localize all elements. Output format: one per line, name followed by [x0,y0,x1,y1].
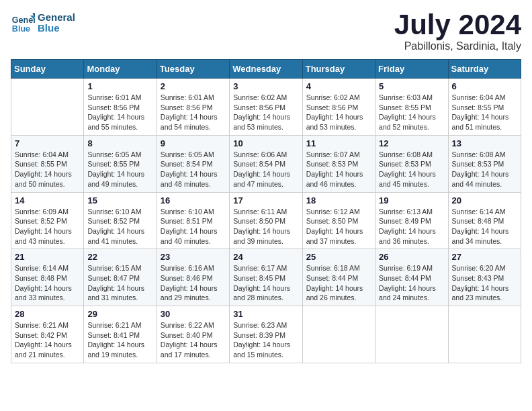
calendar-cell: 20Sunrise: 6:14 AMSunset: 8:48 PMDayligh… [448,192,521,249]
calendar-cell: 10Sunrise: 6:06 AMSunset: 8:54 PMDayligh… [230,135,302,192]
calendar-cell: 28Sunrise: 6:21 AMSunset: 8:42 PMDayligh… [11,306,84,363]
weekday-header-wednesday: Wednesday [230,60,302,79]
calendar-cell [11,79,84,136]
day-info: Sunrise: 6:10 AMSunset: 8:51 PMDaylight:… [161,207,226,246]
day-info: Sunrise: 6:09 AMSunset: 8:52 PMDaylight:… [15,207,80,246]
calendar-cell: 11Sunrise: 6:07 AMSunset: 8:53 PMDayligh… [302,135,375,192]
day-number: 26 [379,252,444,262]
day-info: Sunrise: 6:08 AMSunset: 8:53 PMDaylight:… [452,150,517,189]
day-number: 6 [452,81,517,91]
calendar-cell: 12Sunrise: 6:08 AMSunset: 8:53 PMDayligh… [375,135,448,192]
day-info: Sunrise: 6:20 AMSunset: 8:43 PMDaylight:… [452,263,517,303]
day-number: 30 [161,309,226,319]
page-header: General Blue General Blue July 2024 Pabi… [11,11,521,52]
calendar-cell [302,306,375,363]
calendar-cell: 7Sunrise: 6:04 AMSunset: 8:55 PMDaylight… [11,135,84,192]
day-info: Sunrise: 6:05 AMSunset: 8:54 PMDaylight:… [161,150,226,189]
day-number: 19 [379,195,444,205]
calendar-week-4: 21Sunrise: 6:14 AMSunset: 8:48 PMDayligh… [11,249,521,306]
day-info: Sunrise: 6:10 AMSunset: 8:52 PMDaylight:… [87,207,152,246]
calendar-week-5: 28Sunrise: 6:21 AMSunset: 8:42 PMDayligh… [11,306,521,363]
day-info: Sunrise: 6:12 AMSunset: 8:50 PMDaylight:… [306,207,371,246]
calendar-title: July 2024 [394,11,521,39]
calendar-cell: 5Sunrise: 6:03 AMSunset: 8:55 PMDaylight… [375,79,448,136]
day-info: Sunrise: 6:18 AMSunset: 8:44 PMDaylight:… [306,263,371,303]
weekday-header-tuesday: Tuesday [157,60,229,79]
day-number: 7 [15,138,80,148]
calendar-cell: 27Sunrise: 6:20 AMSunset: 8:43 PMDayligh… [448,249,521,306]
calendar-cell: 2Sunrise: 6:01 AMSunset: 8:56 PMDaylight… [157,79,229,136]
day-number: 9 [161,138,226,148]
weekday-header-monday: Monday [84,60,157,79]
day-number: 21 [15,252,80,262]
calendar-week-2: 7Sunrise: 6:04 AMSunset: 8:55 PMDaylight… [11,135,521,192]
day-info: Sunrise: 6:21 AMSunset: 8:41 PMDaylight:… [87,320,152,360]
day-number: 10 [233,138,298,148]
logo-icon: General Blue [11,11,35,35]
title-block: July 2024 Pabillonis, Sardinia, Italy [394,11,521,52]
calendar-cell: 23Sunrise: 6:16 AMSunset: 8:46 PMDayligh… [157,249,229,306]
calendar-cell: 29Sunrise: 6:21 AMSunset: 8:41 PMDayligh… [84,306,157,363]
day-number: 17 [233,195,298,205]
day-number: 15 [87,195,152,205]
calendar-cell: 8Sunrise: 6:05 AMSunset: 8:55 PMDaylight… [84,135,157,192]
day-number: 29 [87,309,152,319]
day-number: 28 [15,309,80,319]
day-info: Sunrise: 6:21 AMSunset: 8:42 PMDaylight:… [15,320,80,360]
calendar-cell: 24Sunrise: 6:17 AMSunset: 8:45 PMDayligh… [230,249,302,306]
day-info: Sunrise: 6:04 AMSunset: 8:55 PMDaylight:… [15,150,80,189]
logo-line1: General [38,12,75,24]
day-info: Sunrise: 6:01 AMSunset: 8:56 PMDaylight:… [161,93,226,132]
day-number: 2 [161,81,226,91]
calendar-cell [448,306,521,363]
day-info: Sunrise: 6:06 AMSunset: 8:54 PMDaylight:… [233,150,298,189]
day-info: Sunrise: 6:01 AMSunset: 8:56 PMDaylight:… [87,93,152,132]
day-info: Sunrise: 6:14 AMSunset: 8:48 PMDaylight:… [15,263,80,303]
calendar-cell: 21Sunrise: 6:14 AMSunset: 8:48 PMDayligh… [11,249,84,306]
weekday-header-friday: Friday [375,60,448,79]
day-info: Sunrise: 6:22 AMSunset: 8:40 PMDaylight:… [161,320,226,360]
day-number: 31 [233,309,298,319]
day-info: Sunrise: 6:11 AMSunset: 8:50 PMDaylight:… [233,207,298,246]
day-info: Sunrise: 6:17 AMSunset: 8:45 PMDaylight:… [233,263,298,303]
calendar-cell: 30Sunrise: 6:22 AMSunset: 8:40 PMDayligh… [157,306,229,363]
weekday-header-sunday: Sunday [11,60,84,79]
svg-text:Blue: Blue [12,24,30,34]
day-info: Sunrise: 6:23 AMSunset: 8:39 PMDaylight:… [233,320,298,360]
calendar-cell: 18Sunrise: 6:12 AMSunset: 8:50 PMDayligh… [302,192,375,249]
logo-line2: Blue [38,23,75,34]
day-info: Sunrise: 6:08 AMSunset: 8:53 PMDaylight:… [379,150,444,189]
day-number: 14 [15,195,80,205]
day-number: 18 [306,195,371,205]
day-number: 8 [87,138,152,148]
day-info: Sunrise: 6:04 AMSunset: 8:55 PMDaylight:… [452,93,517,132]
calendar-cell: 31Sunrise: 6:23 AMSunset: 8:39 PMDayligh… [230,306,302,363]
day-number: 5 [379,81,444,91]
day-number: 13 [452,138,517,148]
calendar-cell [375,306,448,363]
day-number: 20 [452,195,517,205]
weekday-header-row: SundayMondayTuesdayWednesdayThursdayFrid… [11,60,521,79]
day-info: Sunrise: 6:05 AMSunset: 8:55 PMDaylight:… [87,150,152,189]
calendar-cell: 16Sunrise: 6:10 AMSunset: 8:51 PMDayligh… [157,192,229,249]
calendar-cell: 22Sunrise: 6:15 AMSunset: 8:47 PMDayligh… [84,249,157,306]
calendar-cell: 14Sunrise: 6:09 AMSunset: 8:52 PMDayligh… [11,192,84,249]
calendar-cell: 4Sunrise: 6:02 AMSunset: 8:56 PMDaylight… [302,79,375,136]
calendar-cell: 15Sunrise: 6:10 AMSunset: 8:52 PMDayligh… [84,192,157,249]
day-number: 4 [306,81,371,91]
calendar-subtitle: Pabillonis, Sardinia, Italy [394,40,521,52]
day-number: 16 [161,195,226,205]
day-info: Sunrise: 6:02 AMSunset: 8:56 PMDaylight:… [306,93,371,132]
logo: General Blue General Blue [11,11,75,35]
weekday-header-saturday: Saturday [448,60,521,79]
day-number: 23 [161,252,226,262]
day-info: Sunrise: 6:07 AMSunset: 8:53 PMDaylight:… [306,150,371,189]
calendar-cell: 25Sunrise: 6:18 AMSunset: 8:44 PMDayligh… [302,249,375,306]
calendar-header: SundayMondayTuesdayWednesdayThursdayFrid… [11,60,521,79]
calendar-table: SundayMondayTuesdayWednesdayThursdayFrid… [11,59,521,363]
day-info: Sunrise: 6:15 AMSunset: 8:47 PMDaylight:… [87,263,152,303]
calendar-cell: 19Sunrise: 6:13 AMSunset: 8:49 PMDayligh… [375,192,448,249]
day-number: 12 [379,138,444,148]
day-number: 27 [452,252,517,262]
day-number: 1 [87,81,152,91]
